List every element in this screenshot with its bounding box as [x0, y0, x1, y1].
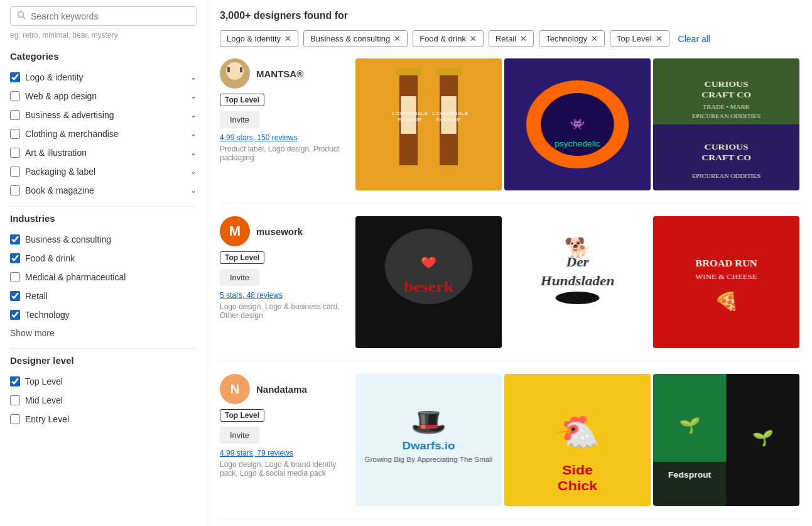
search-icon	[17, 11, 26, 21]
remove-tag-button[interactable]: ✕	[394, 34, 401, 43]
categories-list: Logo & identity ⌄ Web & app design ⌄ Bus…	[10, 68, 197, 200]
chevron-icon: ⌄	[190, 186, 197, 195]
level-badge: Top Level	[220, 94, 264, 106]
filter-tag-logo-identity-tag[interactable]: Logo & identity✕	[220, 30, 298, 47]
remove-tag-button[interactable]: ✕	[591, 34, 598, 43]
label-business-consulting: Business & consulting	[25, 234, 111, 244]
industry-item-technology[interactable]: Technology	[10, 305, 197, 324]
level-item-mid-level[interactable]: Mid Level	[10, 391, 197, 410]
label-business-advertising: Business & advertising	[25, 110, 114, 120]
remove-tag-button[interactable]: ✕	[656, 34, 663, 43]
checkbox-top-level[interactable]	[10, 376, 20, 386]
category-item-business-advertising[interactable]: Business & advertising ⌄	[10, 106, 197, 124]
search-box[interactable]	[10, 6, 197, 26]
svg-line-1	[23, 17, 26, 19]
designer-tags: Logo design, Logo & business card, Other…	[220, 302, 345, 320]
results-text-2: designers found for	[254, 10, 348, 21]
chevron-icon: ⌄	[190, 148, 197, 157]
main-content: 3,000+ designers found for Logo & identi…	[207, 0, 812, 526]
category-item-logo-identity[interactable]: Logo & identity ⌄	[10, 68, 197, 87]
portfolio-image-2[interactable]	[653, 374, 799, 506]
designer-tags: Logo design, Logo & brand identity pack,…	[220, 460, 345, 478]
industry-item-business-consulting[interactable]: Business & consulting	[10, 230, 197, 249]
filter-tag-business-consulting-tag[interactable]: Business & consulting✕	[303, 30, 408, 47]
results-header: 3,000+ designers found for	[220, 10, 799, 21]
designer-rating: 4.99 stars, 150 reviews	[220, 133, 345, 142]
clear-all-button[interactable]: Clear all	[678, 34, 710, 44]
label-medical-pharmaceutical: Medical & pharmaceutical	[25, 272, 126, 282]
filter-tags-row: Logo & identity✕Business & consulting✕Fo…	[220, 30, 799, 47]
industry-item-retail[interactable]: Retail	[10, 287, 197, 305]
designer-meta: NNandatama	[220, 374, 345, 404]
portfolio-image-0[interactable]	[355, 216, 502, 348]
filter-tag-label: Logo & identity	[227, 34, 281, 43]
checkbox-book-magazine[interactable]	[10, 185, 20, 195]
category-item-packaging-label[interactable]: Packaging & label ⌄	[10, 162, 197, 181]
label-logo-identity: Logo & identity	[25, 72, 84, 82]
level-item-top-level[interactable]: Top Level	[10, 372, 197, 391]
checkbox-technology[interactable]	[10, 310, 20, 320]
portfolio-mantsa	[355, 58, 799, 190]
avatar[interactable]: M	[220, 216, 250, 246]
checkbox-clothing-merchandise[interactable]	[10, 129, 20, 139]
portfolio-image-2[interactable]	[653, 58, 799, 190]
remove-tag-button[interactable]: ✕	[520, 34, 527, 43]
avatar[interactable]: N	[220, 374, 250, 404]
categories-title: Categories	[10, 51, 197, 62]
rating-link[interactable]: 4.99 stars, 79 reviews	[220, 449, 293, 458]
level-item-entry-level[interactable]: Entry Level	[10, 410, 197, 429]
portfolio-image-1[interactable]	[504, 58, 651, 190]
checkbox-packaging-label[interactable]	[10, 167, 20, 177]
category-item-clothing-merchandise[interactable]: Clothing & merchandise ⌄	[10, 124, 197, 143]
filter-tag-label: Top Level	[617, 34, 652, 43]
portfolio-image-1[interactable]	[504, 374, 651, 506]
designer-name: Nandatama	[256, 384, 307, 395]
rating-link[interactable]: 5 stars, 48 reviews	[220, 291, 283, 300]
show-more-button[interactable]: Show more	[10, 324, 55, 342]
portfolio-image-1[interactable]	[504, 216, 651, 348]
filter-tag-food-drink-tag[interactable]: Food & drink✕	[413, 30, 484, 47]
checkbox-art-illustration[interactable]	[10, 148, 20, 158]
filter-tag-label: Technology	[546, 34, 587, 43]
invite-button[interactable]: Invite	[220, 427, 259, 444]
checkbox-food-drink[interactable]	[10, 253, 20, 263]
remove-tag-button[interactable]: ✕	[284, 34, 291, 43]
portfolio-image-0[interactable]	[355, 374, 502, 506]
remove-tag-button[interactable]: ✕	[470, 34, 477, 43]
invite-button[interactable]: Invite	[220, 269, 259, 286]
checkbox-medical-pharmaceutical[interactable]	[10, 272, 20, 282]
category-item-art-illustration[interactable]: Art & illustration ⌄	[10, 143, 197, 162]
checkbox-business-advertising[interactable]	[10, 110, 20, 120]
designer-card-nandatama: NNandatamaTop LevelInvite4.99 stars, 79 …	[220, 374, 799, 519]
checkbox-mid-level[interactable]	[10, 395, 20, 405]
filter-tag-label: Retail	[495, 34, 516, 43]
category-item-web-app-design[interactable]: Web & app design ⌄	[10, 87, 197, 106]
portfolio-image-0[interactable]	[355, 58, 502, 190]
portfolio-image-2[interactable]	[653, 216, 799, 348]
filter-tag-technology-tag[interactable]: Technology✕	[539, 30, 605, 47]
checkbox-logo-identity[interactable]	[10, 72, 20, 82]
filter-tag-retail-tag[interactable]: Retail✕	[489, 30, 534, 47]
invite-button[interactable]: Invite	[220, 111, 259, 128]
label-art-illustration: Art & illustration	[25, 148, 87, 158]
search-input[interactable]	[31, 11, 190, 21]
avatar[interactable]	[220, 58, 250, 89]
label-packaging-label: Packaging & label	[25, 167, 95, 177]
designer-name: musework	[256, 226, 303, 237]
levels-list: Top Level Mid Level Entry Level	[10, 372, 197, 429]
industry-item-food-drink[interactable]: Food & drink	[10, 249, 197, 268]
label-food-drink: Food & drink	[25, 253, 75, 263]
rating-link[interactable]: 4.99 stars, 150 reviews	[220, 133, 297, 142]
checkbox-web-app-design[interactable]	[10, 91, 20, 101]
label-clothing-merchandise: Clothing & merchandise	[25, 129, 119, 139]
industry-item-medical-pharmaceutical[interactable]: Medical & pharmaceutical	[10, 268, 197, 287]
industries-title: Industries	[10, 213, 197, 224]
checkbox-business-consulting[interactable]	[10, 234, 20, 244]
checkbox-retail[interactable]	[10, 291, 20, 301]
checkbox-entry-level[interactable]	[10, 414, 20, 424]
label-web-app-design: Web & app design	[25, 91, 97, 101]
category-item-book-magazine[interactable]: Book & magazine ⌄	[10, 181, 197, 200]
designer-rating: 4.99 stars, 79 reviews	[220, 449, 345, 458]
filter-tag-top-level-tag[interactable]: Top Level✕	[610, 30, 669, 47]
chevron-icon: ⌄	[190, 111, 197, 119]
